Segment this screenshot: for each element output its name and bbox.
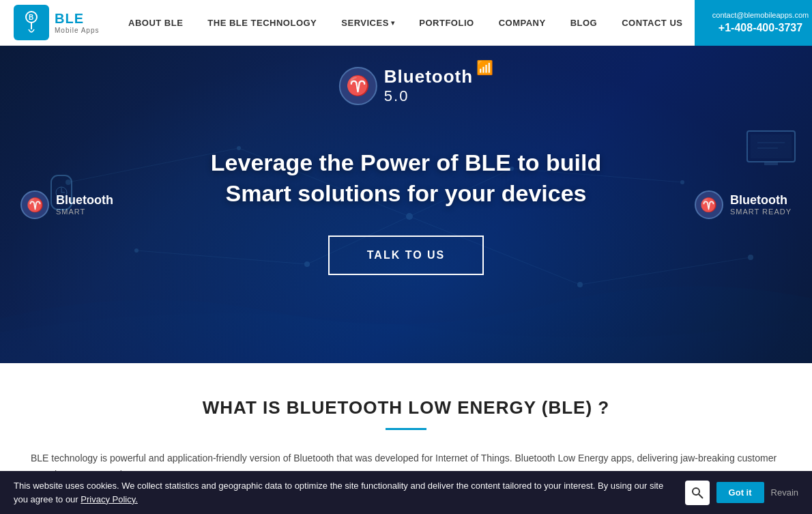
section-divider — [386, 428, 426, 430]
svg-text:B: B — [29, 14, 33, 21]
bt-word: Bluetooth — [384, 66, 473, 87]
svg-line-14 — [136, 251, 307, 264]
svg-point-10 — [680, 180, 684, 184]
chevron-down-icon: ▾ — [391, 19, 395, 27]
svg-line-30 — [699, 494, 703, 498]
cookie-text: This website uses cookies. We collect st… — [14, 479, 671, 504]
svg-point-7 — [406, 213, 413, 220]
main-nav: ABOUT BLE THE BLE TECHNOLOGY SERVICES ▾ … — [116, 0, 695, 46]
bt-right-name: Bluetooth — [730, 193, 792, 208]
hero-heading: Leverage the Power of BLE to build Smart… — [211, 147, 601, 208]
nav-blog[interactable]: BLOG — [558, 0, 610, 46]
contact-email: contact@blemobileapps.com — [712, 11, 809, 19]
cookie-search-icon — [685, 481, 710, 504]
svg-point-29 — [693, 488, 699, 495]
cookie-banner: This website uses cookies. We collect st… — [0, 471, 812, 504]
logo-area[interactable]: B BLE Mobile Apps — [0, 5, 116, 40]
hero-cta-wrap: TALK TO US — [328, 235, 484, 275]
section-title: WHAT IS BLUETOOTH LOW ENERGY (BLE) ? — [14, 397, 798, 418]
nav-company[interactable]: COMPANY — [487, 0, 558, 46]
nav-ble-technology[interactable]: THE BLE TECHNOLOGY — [195, 0, 329, 46]
svg-point-11 — [748, 255, 753, 260]
hero-heading-line2: Smart solutions for your devices — [225, 180, 586, 206]
bt-name-area: Bluetooth 5.0 — [384, 66, 473, 105]
contact-box[interactable]: contact@blemobileapps.com +1-408-400-373… — [695, 0, 812, 46]
svg-point-6 — [304, 261, 310, 267]
svg-point-4 — [134, 248, 139, 253]
svg-point-9 — [577, 282, 583, 287]
wifi-icon: 📶 — [476, 59, 493, 76]
ble-logo-icon: B — [14, 5, 49, 40]
cookie-policy-link-text[interactable]: Privacy Policy. — [81, 494, 138, 504]
monitor-icon — [744, 128, 798, 169]
bt-right-circle: ♈ — [695, 190, 723, 219]
bt-smart-right: ♈ Bluetooth SMART READY — [695, 190, 792, 219]
got-it-button[interactable]: Got it — [716, 482, 764, 503]
nav-services[interactable]: SERVICES ▾ — [329, 0, 407, 46]
contact-phone: +1-408-400-3737 — [719, 22, 802, 34]
bt-version: 5.0 — [384, 87, 473, 105]
svg-rect-25 — [764, 162, 778, 165]
bt-right-symbol: ♈ — [700, 197, 717, 213]
bluetooth-symbol: ♈ — [346, 74, 370, 97]
nav-contact-us[interactable]: CONTACT US — [609, 0, 695, 46]
nav-about-ble[interactable]: ABOUT BLE — [116, 0, 195, 46]
hero-heading-line1: Leverage the Power of BLE to build — [211, 149, 601, 175]
logo-sub-text: Mobile Apps — [55, 27, 99, 34]
cookie-actions: Got it Revain — [685, 481, 798, 504]
nav-portfolio[interactable]: PORTFOLIO — [407, 0, 486, 46]
talk-to-us-button[interactable]: TALK TO US — [328, 235, 484, 275]
revain-label: Revain — [771, 487, 798, 498]
bt-circle-large: ♈ — [339, 67, 377, 105]
search-icon — [691, 486, 704, 500]
svg-rect-26 — [751, 134, 792, 158]
bt-right-sub: SMART READY — [730, 208, 792, 216]
svg-line-18 — [580, 257, 751, 285]
hero-section: ♈ Bluetooth 5.0 📶 ♈ Bluetooth SMART ♈ Bl… — [0, 46, 812, 363]
watch-icon — [41, 169, 82, 216]
logo-ble-text: BLE — [55, 11, 99, 27]
bt-right-text: Bluetooth SMART READY — [730, 193, 792, 216]
bluetooth-5-badge: ♈ Bluetooth 5.0 📶 — [339, 66, 473, 105]
